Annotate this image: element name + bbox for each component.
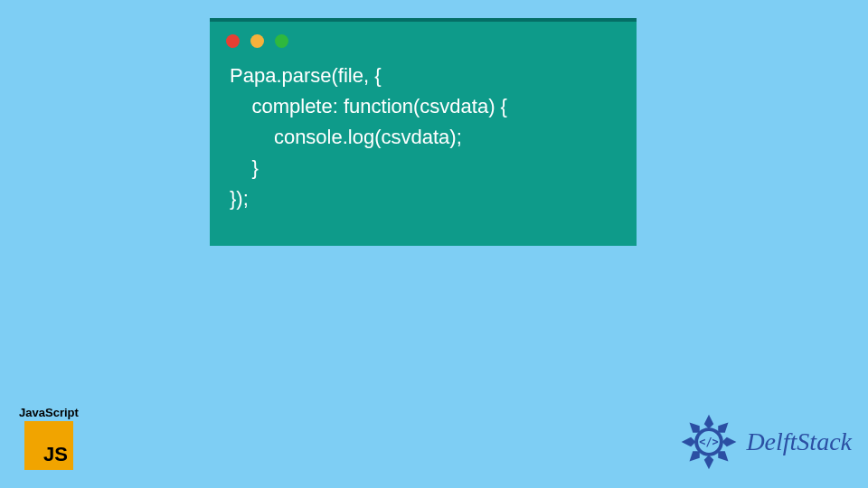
code-window: Papa.parse(file, { complete: function(cs… — [210, 18, 637, 246]
window-dot-green-icon — [275, 34, 288, 48]
code-line: complete: function(csvdata) { — [230, 95, 507, 117]
javascript-badge: JavaScript — [16, 406, 81, 470]
svg-text:</>: </> — [700, 436, 719, 448]
code-block: Papa.parse(file, { complete: function(cs… — [210, 53, 637, 230]
delftstack-emblem-icon: </> — [679, 412, 739, 472]
javascript-label: JavaScript — [16, 406, 81, 419]
javascript-icon — [24, 421, 73, 470]
code-line: console.log(csvdata); — [230, 126, 462, 148]
window-dots — [210, 22, 637, 53]
delftstack-brand-text: DelftStack — [746, 427, 852, 456]
window-dot-yellow-icon — [250, 34, 264, 48]
window-dot-red-icon — [226, 34, 240, 48]
delftstack-logo: </> DelftStack — [679, 412, 852, 472]
code-line: }); — [230, 187, 249, 210]
code-line: Papa.parse(file, { — [230, 64, 382, 87]
code-line: } — [230, 156, 259, 179]
